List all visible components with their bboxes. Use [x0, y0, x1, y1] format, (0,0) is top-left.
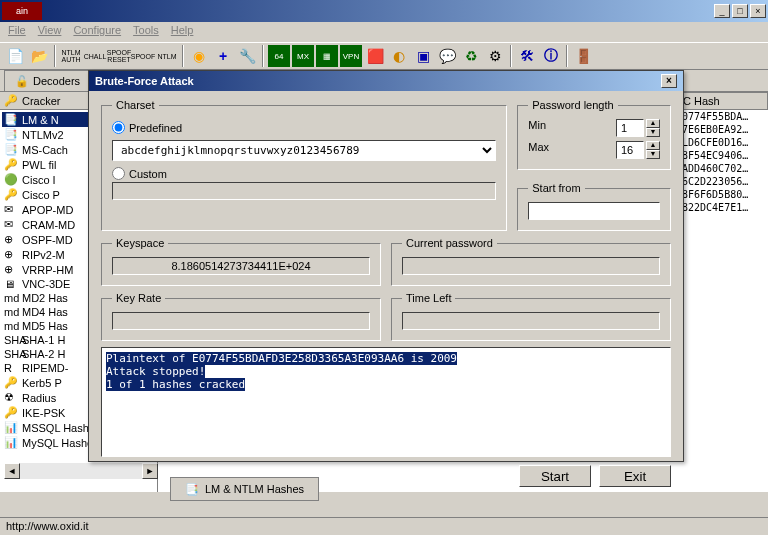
hash-cell[interactable]: ADD460C702…	[678, 162, 768, 175]
charset-group: Charset Predefined abcdefghijklmnopqrstu…	[101, 99, 507, 231]
dialog-titlebar: Brute-Force Attack ×	[89, 71, 683, 91]
hash-cell[interactable]: 6C2D223056…	[678, 175, 768, 188]
max-down-icon[interactable]: ▼	[646, 150, 660, 159]
pwlen-group: Password length Min ▲▼ Max ▲▼	[517, 99, 671, 170]
hash-cell[interactable]: 7E6EB0EA92…	[678, 123, 768, 136]
vpn-icon[interactable]: VPN	[340, 45, 362, 67]
output-log: Plaintext of E0774F55BDAFD3E258D3365A3E0…	[101, 347, 671, 457]
max-input[interactable]	[616, 141, 644, 159]
tree-item-icon: ⊕	[4, 233, 18, 246]
statusbar: http://www.oxid.it	[0, 517, 768, 535]
decoders-icon: 🔓	[15, 75, 29, 88]
menubar: File View Configure Tools Help	[0, 22, 768, 42]
col-header-hash[interactable]: C Hash	[678, 92, 768, 110]
keyspace-field	[112, 257, 370, 275]
exit-button[interactable]: Exit	[599, 465, 671, 487]
tool-icon[interactable]: 🔧	[236, 45, 258, 67]
hash-column: 0774F55BDA…7E6EB0EA92…LD6CFE0D16…8F54EC9…	[678, 110, 768, 214]
tree-item-icon: 🔑	[4, 188, 18, 201]
open-icon[interactable]: 📂	[28, 45, 50, 67]
tree-item-icon: ✉	[4, 218, 18, 231]
recycle-icon[interactable]: ♻	[460, 45, 482, 67]
tree-item-icon: 📊	[4, 436, 18, 449]
output-line: 1 of 1 hashes cracked	[106, 378, 245, 391]
radio-predefined[interactable]: Predefined	[112, 121, 496, 134]
tab-decoders[interactable]: 🔓 Decoders	[4, 70, 91, 91]
curpw-group: Current password	[391, 237, 671, 286]
keyrate-field	[112, 312, 370, 330]
tab-label: Decoders	[33, 75, 80, 87]
dialog-title: Brute-Force Attack	[95, 75, 194, 87]
hash-cell[interactable]: 0774F55BDA…	[678, 110, 768, 123]
mx-icon[interactable]: MX	[292, 45, 314, 67]
ntlm-icon[interactable]: NTLM	[156, 45, 178, 67]
cracker-icon: 🔑	[4, 94, 18, 107]
tree-item-icon: ☢	[4, 391, 18, 404]
charset-select[interactable]: abcdefghijklmnopqrstuvwxyz0123456789	[112, 140, 496, 161]
tree-item-icon: md	[4, 320, 18, 332]
chat-icon[interactable]: 💬	[436, 45, 458, 67]
curpw-field	[402, 257, 660, 275]
scroll-left-icon[interactable]: ◄	[4, 463, 20, 479]
add-icon[interactable]: +	[212, 45, 234, 67]
dialog-close-button[interactable]: ×	[661, 74, 677, 88]
spoof-reset-icon[interactable]: SPOOF RESET	[108, 45, 130, 67]
hash-cell[interactable]: 822DC4E7E1…	[678, 201, 768, 214]
window-titlebar: ain _ □ ×	[0, 0, 768, 22]
misc3-icon[interactable]: ▣	[412, 45, 434, 67]
min-input[interactable]	[616, 119, 644, 137]
tree-item-icon: SHA	[4, 348, 18, 360]
about-icon[interactable]: ⓘ	[540, 45, 562, 67]
hash-cell[interactable]: LD6CFE0D16…	[678, 136, 768, 149]
timeleft-group: Time Left	[391, 292, 671, 341]
brute-force-dialog: Brute-Force Attack × Charset Predefined …	[88, 70, 684, 462]
custom-charset-input[interactable]	[112, 182, 496, 200]
minimize-button[interactable]: _	[714, 4, 730, 18]
hash-cell[interactable]: 8F54EC9406…	[678, 149, 768, 162]
menu-configure[interactable]: Configure	[73, 24, 121, 40]
min-down-icon[interactable]: ▼	[646, 128, 660, 137]
close-button[interactable]: ×	[750, 4, 766, 18]
tree-item-icon: 🔑	[4, 158, 18, 171]
tree-item-icon: md	[4, 306, 18, 318]
output-line: Plaintext of E0774F55BDAFD3E258D3365A3E0…	[106, 352, 457, 365]
chall-icon[interactable]: CHALL	[84, 45, 106, 67]
radio-custom[interactable]: Custom	[112, 167, 496, 180]
tree-item-icon: ⊕	[4, 263, 18, 276]
misc2-icon[interactable]: ◐	[388, 45, 410, 67]
tree-item-icon: ⊕	[4, 248, 18, 261]
menu-file[interactable]: File	[8, 24, 26, 40]
app-logo-icon: ain	[2, 2, 42, 20]
toolbar: 📄 📂 NTLM AUTH CHALL SPOOF RESET SPOOF NT…	[0, 42, 768, 70]
new-icon[interactable]: 📄	[4, 45, 26, 67]
radio-icon[interactable]: ◉	[188, 45, 210, 67]
max-up-icon[interactable]: ▲	[646, 141, 660, 150]
maximize-button[interactable]: □	[732, 4, 748, 18]
gear-icon[interactable]: ⚙	[484, 45, 506, 67]
tools-icon[interactable]: 🛠	[516, 45, 538, 67]
menu-tools[interactable]: Tools	[133, 24, 159, 40]
tree-item-icon: 📑	[4, 143, 18, 156]
spoof-icon[interactable]: SPOOF	[132, 45, 154, 67]
hash-cell[interactable]: 8F6F6D5B80…	[678, 188, 768, 201]
tree-item-icon: 🖥	[4, 278, 18, 290]
tree-item-icon: 📊	[4, 421, 18, 434]
tree-item-icon: md	[4, 292, 18, 304]
nit-icon[interactable]: ▦	[316, 45, 338, 67]
startfrom-input[interactable]	[528, 202, 660, 220]
misc1-icon[interactable]: 🟥	[364, 45, 386, 67]
b64-icon[interactable]: 64	[268, 45, 290, 67]
keyspace-group: Keyspace	[101, 237, 381, 286]
tree-item-icon: ✉	[4, 203, 18, 216]
tree-item-icon: 📑	[4, 128, 18, 141]
ntlm-auth-icon[interactable]: NTLM AUTH	[60, 45, 82, 67]
exit-icon[interactable]: 🚪	[572, 45, 594, 67]
timeleft-field	[402, 312, 660, 330]
start-button[interactable]: Start	[519, 465, 591, 487]
output-line: Attack stopped!	[106, 365, 205, 378]
min-up-icon[interactable]: ▲	[646, 119, 660, 128]
menu-help[interactable]: Help	[171, 24, 194, 40]
tree-item-icon: 📑	[4, 113, 18, 126]
menu-view[interactable]: View	[38, 24, 62, 40]
tree-item-icon: R	[4, 362, 18, 374]
